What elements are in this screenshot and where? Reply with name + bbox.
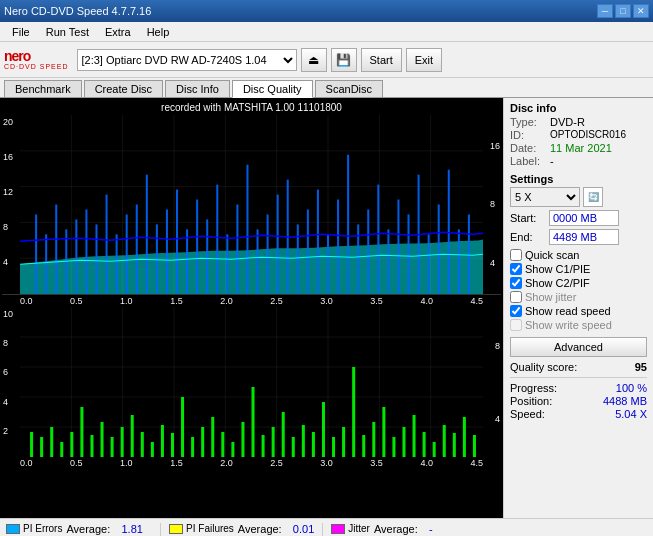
pi-errors-data: Average: 1.81 Maximum: 12 Total: 32546 [66,523,152,536]
svg-rect-72 [50,427,53,457]
svg-rect-78 [111,437,114,457]
svg-rect-83 [161,425,164,457]
disc-type-row: Type: DVD-R [510,116,647,128]
position-label: Position: [510,395,552,407]
drive-select[interactable]: [2:3] Optiarc DVD RW AD-7240S 1.04 [77,49,297,71]
pi-errors-legend-box [6,524,20,534]
tab-disc-quality[interactable]: Disc Quality [232,80,313,98]
close-button[interactable]: ✕ [633,4,649,18]
separator-1 [160,523,161,536]
svg-rect-35 [257,229,259,294]
svg-rect-84 [171,433,174,457]
svg-rect-71 [40,437,43,457]
y-labels-lower-left: 10 8 6 4 2 [2,307,14,457]
svg-rect-80 [131,415,134,457]
pi-failures-avg-row: Average: 0.01 [238,523,314,535]
svg-rect-28 [186,229,188,294]
title-bar-buttons: ─ □ ✕ [597,4,649,18]
position-row: Position: 4488 MB [510,395,647,407]
svg-rect-14 [45,234,47,294]
pi-failures-data: Average: 0.01 Maximum: 8 Total: 826 [238,523,314,536]
svg-rect-82 [151,442,154,457]
chart-area: recorded with MATSHITA 1.00 11101800 20 … [0,98,503,518]
svg-rect-95 [282,412,285,457]
show-jitter-checkbox[interactable] [510,291,522,303]
svg-rect-22 [126,214,128,294]
svg-rect-89 [221,432,224,457]
svg-rect-29 [196,200,198,294]
tab-create-disc[interactable]: Create Disc [84,80,163,97]
label-value: - [550,155,554,167]
jitter-avg-label: Average: [374,523,426,535]
show-read-speed-checkbox[interactable] [510,305,522,317]
svg-rect-56 [468,214,470,294]
svg-rect-19 [95,224,97,294]
tab-benchmark[interactable]: Benchmark [4,80,82,97]
svg-rect-73 [60,442,63,457]
separator-2 [322,523,323,536]
save-button[interactable]: 💾 [331,48,357,72]
svg-rect-23 [136,205,138,295]
x-axis-upper: 0.00.51.01.52.02.53.03.54.04.5 [2,295,501,307]
jitter-legend-label: Jitter [348,523,370,534]
show-c1-pie-checkbox[interactable] [510,263,522,275]
exit-button[interactable]: Exit [406,48,442,72]
svg-rect-114 [473,435,476,457]
minimize-button[interactable]: ─ [597,4,613,18]
settings-icon-btn[interactable]: 🔄 [583,187,603,207]
speed-label: Speed: [510,408,545,420]
start-field[interactable] [549,210,619,226]
menu-run-test[interactable]: Run Test [38,25,97,39]
svg-rect-25 [156,224,158,294]
svg-rect-33 [236,205,238,295]
start-button[interactable]: Start [361,48,402,72]
svg-rect-77 [101,422,104,457]
settings-title: Settings [510,173,647,185]
svg-rect-74 [70,432,73,457]
svg-rect-39 [297,224,299,294]
advanced-button[interactable]: Advanced [510,337,647,357]
pi-failures-legend: PI Failures [169,523,234,534]
tab-scan-disc[interactable]: ScanDisc [315,80,383,97]
menu-help[interactable]: Help [139,25,178,39]
svg-rect-30 [206,219,208,294]
svg-rect-99 [322,402,325,457]
svg-rect-48 [387,229,389,294]
quality-score-value: 95 [635,361,647,373]
svg-rect-42 [327,234,329,294]
show-read-speed-label: Show read speed [525,305,611,317]
quality-score-label: Quality score: [510,361,577,373]
title-bar: Nero CD-DVD Speed 4.7.7.16 ─ □ ✕ [0,0,653,22]
end-row: End: [510,229,647,245]
show-write-speed-checkbox[interactable] [510,319,522,331]
svg-rect-106 [392,437,395,457]
svg-rect-36 [267,214,269,294]
svg-rect-98 [312,432,315,457]
show-c2-pif-row: Show C2/PIF [510,277,647,289]
end-field[interactable] [549,229,619,245]
pi-errors-legend: PI Errors [6,523,62,534]
chart-upper: 20 16 12 8 4 [2,115,501,295]
svg-rect-90 [231,442,234,457]
quick-scan-checkbox[interactable] [510,249,522,261]
y-labels-lower-right: 8 4 [494,307,501,457]
menu-extra[interactable]: Extra [97,25,139,39]
jitter-legend-item: Jitter [331,523,370,534]
end-label: End: [510,231,545,243]
eject-button[interactable]: ⏏ [301,48,327,72]
svg-rect-44 [347,155,349,294]
svg-rect-107 [402,427,405,457]
svg-rect-40 [307,209,309,294]
tab-disc-info[interactable]: Disc Info [165,80,230,97]
show-jitter-row: Show jitter [510,291,647,303]
svg-rect-92 [252,387,255,457]
pi-failures-avg-value: 0.01 [293,523,314,535]
maximize-button[interactable]: □ [615,4,631,18]
type-value: DVD-R [550,116,585,128]
show-c2-pif-checkbox[interactable] [510,277,522,289]
svg-rect-21 [116,234,118,294]
menu-file[interactable]: File [4,25,38,39]
speed-select[interactable]: 5 X [510,187,580,207]
svg-rect-103 [362,435,365,457]
tabs: Benchmark Create Disc Disc Info Disc Qua… [0,78,653,98]
